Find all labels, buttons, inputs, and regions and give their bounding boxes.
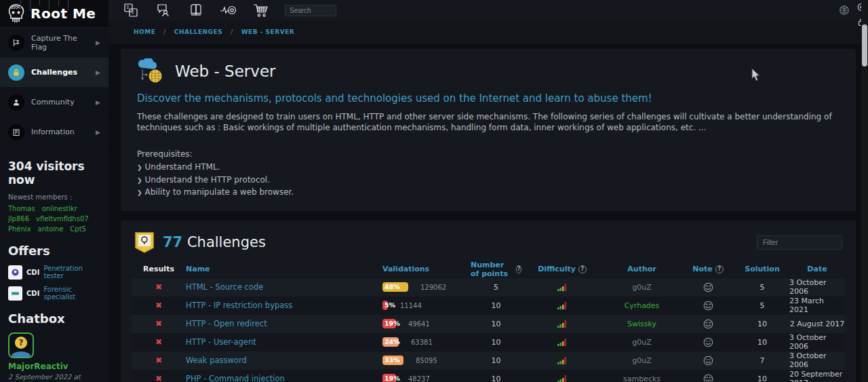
name-cell: HTTP - IP restriction bypass xyxy=(186,301,382,310)
challenge-row: ✖HTTP - Open redirect19%4964110Swissky10… xyxy=(132,315,845,333)
not-validated-icon[interactable]: ✖ xyxy=(155,282,162,292)
sidebar-item-community[interactable]: Community ▶ xyxy=(0,88,108,117)
author-link[interactable]: Swissky xyxy=(627,320,656,328)
author-link[interactable]: g0uZ xyxy=(632,283,652,292)
flag-icon xyxy=(8,35,24,51)
challenge-link[interactable]: PHP - Command injection xyxy=(186,374,285,382)
member-link[interactable]: vfleltvmfldhs07 xyxy=(36,215,89,223)
not-validated-icon[interactable]: ✖ xyxy=(155,374,162,382)
solution-count[interactable]: 5 xyxy=(760,283,765,292)
grin-face-icon xyxy=(703,374,713,382)
forum-icon[interactable] xyxy=(155,1,172,19)
dictionary-icon[interactable] xyxy=(122,1,140,19)
avatar-body-icon xyxy=(12,351,31,358)
offer-link[interactable]: Forensic specialist xyxy=(43,286,100,301)
member-link[interactable]: antoine xyxy=(38,225,64,233)
challenges-card: 77 Challenges Results Name Validations N… xyxy=(121,221,856,382)
page-scrollbar[interactable] xyxy=(861,0,868,382)
member-link[interactable]: Phénix xyxy=(8,225,31,233)
arrow-icon: ❯ xyxy=(137,177,142,184)
breadcrumb-current[interactable]: WEB - SERVER xyxy=(241,28,295,35)
solution-cell: 5 xyxy=(735,283,789,292)
difficulty-cell[interactable] xyxy=(521,356,603,365)
help-icon[interactable]: ? xyxy=(715,265,724,273)
grin-face-icon xyxy=(703,301,713,311)
points-value: 10 xyxy=(492,338,501,347)
column-validations[interactable]: Validations xyxy=(382,265,471,273)
result-cell: ✖ xyxy=(132,319,186,328)
column-solution[interactable]: Solution xyxy=(735,265,789,273)
name-cell: HTTP - Open redirect xyxy=(186,319,382,328)
not-validated-icon[interactable]: ✖ xyxy=(155,301,162,310)
challenge-link[interactable]: HTTP - IP restriction bypass xyxy=(186,301,292,310)
sidebar-item-information[interactable]: Information ▶ xyxy=(0,117,108,147)
validation-percentage-bar: 33% xyxy=(382,356,403,365)
solution-count[interactable]: 10 xyxy=(757,375,767,382)
challenge-link[interactable]: HTML - Source code xyxy=(186,282,263,292)
date-value: 3 October 2006 xyxy=(789,351,845,369)
author-link[interactable]: g0uZ xyxy=(632,356,652,365)
solution-count[interactable]: 10 xyxy=(757,338,767,347)
avatar-face-icon: ? xyxy=(15,337,27,349)
not-validated-icon[interactable]: ✖ xyxy=(155,337,162,347)
scrollbar-thumb[interactable] xyxy=(862,24,867,66)
author-link[interactable]: sambecks xyxy=(623,375,660,382)
help-icon[interactable]: ? xyxy=(578,265,587,273)
docs-icon[interactable] xyxy=(187,1,205,19)
offer-item[interactable]: CDI Penetration tester xyxy=(8,265,100,280)
not-validated-icon[interactable]: ✖ xyxy=(155,356,162,365)
main-area: HOME / CHALLENGES / WEB - SERVER Web - S… xyxy=(108,0,868,382)
note-cell xyxy=(681,319,735,329)
filter-input[interactable] xyxy=(757,235,842,250)
breadcrumb-challenges[interactable]: CHALLENGES xyxy=(174,28,222,35)
search-input[interactable] xyxy=(285,5,336,16)
grin-face-icon xyxy=(703,282,713,292)
member-link[interactable]: onlinestlkr xyxy=(42,205,77,212)
points-value: 10 xyxy=(492,375,501,382)
difficulty-cell[interactable] xyxy=(521,301,603,310)
solution-count[interactable]: 10 xyxy=(757,320,767,328)
column-results[interactable]: Results xyxy=(132,265,186,273)
newest-members-label: Newest members : xyxy=(8,193,100,201)
column-name[interactable]: Name xyxy=(186,265,382,273)
chat-username[interactable]: MajorReactiv xyxy=(8,362,100,371)
chat-avatar[interactable]: ? xyxy=(8,332,34,358)
date-cell: 2 August 2017 xyxy=(789,320,845,328)
author-link[interactable]: g0uZ xyxy=(632,338,652,347)
member-link[interactable]: jlp866 xyxy=(8,215,29,223)
validations-count: 48237 xyxy=(408,375,430,382)
difficulty-cell[interactable] xyxy=(521,375,603,382)
solution-count[interactable]: 5 xyxy=(760,301,765,310)
difficulty-cell[interactable] xyxy=(521,283,603,292)
solution-cell: 7 xyxy=(735,356,789,365)
offer-link[interactable]: Penetration tester xyxy=(43,265,100,280)
difficulty-cell[interactable] xyxy=(521,320,603,328)
challenge-row: ✖HTTP - IP restriction bypass5%1114410Cy… xyxy=(132,297,845,315)
member-link[interactable]: Thomas xyxy=(8,205,35,212)
not-validated-icon[interactable]: ✖ xyxy=(155,319,162,328)
column-difficulty[interactable]: Difficulty? xyxy=(521,265,603,273)
activity-icon[interactable] xyxy=(220,1,237,19)
column-note[interactable]: Note? xyxy=(681,265,735,273)
breadcrumb-home[interactable]: HOME xyxy=(134,28,155,35)
offer-item[interactable]: CDI Forensic specialist xyxy=(8,286,100,301)
member-link[interactable]: CptS xyxy=(70,225,86,233)
column-points[interactable]: Number of points? xyxy=(471,261,521,278)
challenge-link[interactable]: Weak password xyxy=(186,356,247,365)
sidebar-item-challenges[interactable]: Challenges ▶ xyxy=(0,58,108,88)
author-link[interactable]: Cyrhades xyxy=(625,301,660,310)
help-icon[interactable]: ? xyxy=(516,265,521,273)
globe-icon[interactable] xyxy=(835,1,853,19)
difficulty-cell[interactable] xyxy=(521,338,603,347)
cart-icon[interactable] xyxy=(252,1,270,19)
column-date[interactable]: Date xyxy=(789,265,845,273)
sidebar-nav: Capture The Flag ▶ Challenges ▶ Communit… xyxy=(0,27,108,147)
sidebar-item-capture-the-flag[interactable]: Capture The Flag ▶ xyxy=(0,28,108,58)
chevron-right-icon: ▶ xyxy=(96,69,100,76)
result-cell: ✖ xyxy=(132,337,186,347)
challenge-link[interactable]: HTTP - User-agent xyxy=(186,337,256,347)
column-author[interactable]: Author xyxy=(603,265,681,273)
challenge-link[interactable]: HTTP - Open redirect xyxy=(186,319,267,328)
logo[interactable]: Root Me xyxy=(0,0,108,27)
solution-count[interactable]: 7 xyxy=(760,356,765,365)
